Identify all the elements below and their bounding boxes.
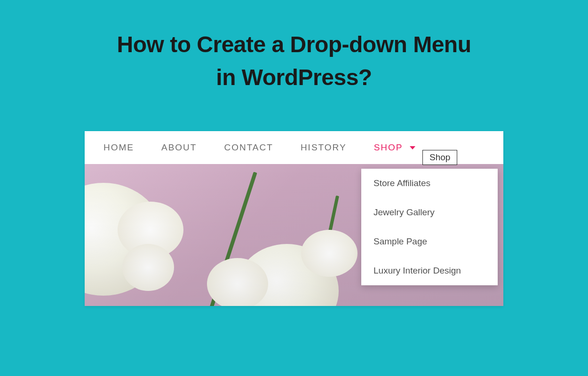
nav-item-contact[interactable]: CONTACT: [224, 142, 273, 153]
nav-item-history[interactable]: HISTORY: [301, 142, 347, 153]
heading-line-1: How to Create a Drop-down Menu: [117, 32, 471, 57]
nav-item-shop[interactable]: SHOP: [374, 142, 416, 153]
dropdown-item-jewelry-gallery[interactable]: Jewelry Gallery: [361, 198, 498, 227]
dropdown-item-luxury-interior-design[interactable]: Luxury Interior Design: [361, 256, 498, 285]
nav-item-about[interactable]: ABOUT: [161, 142, 197, 153]
nav-item-shop-label: SHOP: [374, 142, 403, 152]
caret-down-icon: [410, 146, 415, 149]
dropdown-item-store-affiliates[interactable]: Store Affiliates: [361, 169, 498, 198]
dropdown-item-sample-page[interactable]: Sample Page: [361, 227, 498, 256]
shop-dropdown: Shop Store Affiliates Jewelry Gallery Sa…: [361, 169, 498, 285]
tooltip: Shop: [422, 150, 457, 165]
heading-line-2: in WordPress?: [216, 65, 372, 90]
demo-card: HOME ABOUT CONTACT HISTORY SHOP Shop Sto…: [85, 131, 503, 306]
page-title: How to Create a Drop-down Menu in WordPr…: [0, 28, 588, 94]
nav-item-home[interactable]: HOME: [103, 142, 134, 153]
